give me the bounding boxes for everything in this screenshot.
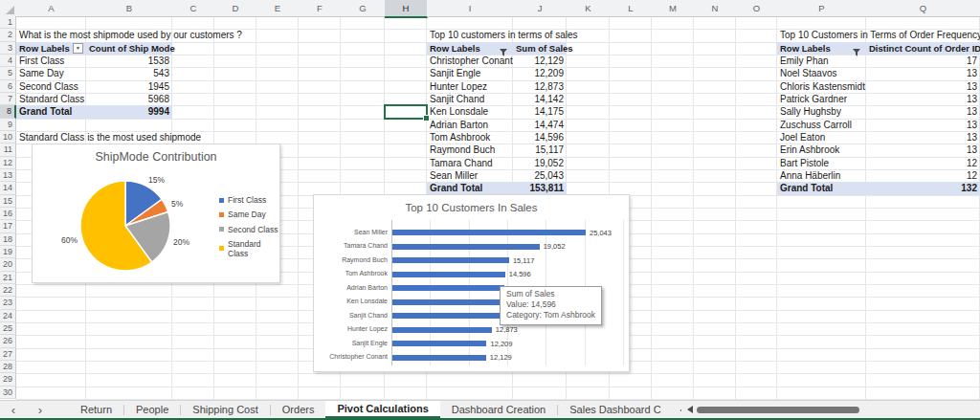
pivot-row-label[interactable]: Standard Class: [16, 93, 86, 105]
column-header-J[interactable]: J: [513, 0, 568, 17]
sheet-tab-return[interactable]: Return: [69, 401, 123, 418]
pivot-row-label[interactable]: Christopher Conant: [427, 55, 513, 67]
column-header-Q[interactable]: Q: [866, 0, 980, 17]
pivot-row-label[interactable]: Emily Phan: [777, 55, 866, 67]
bar-sean-miller[interactable]: [392, 230, 586, 235]
row-header-30[interactable]: 30: [0, 387, 16, 399]
row-header-13[interactable]: 13: [0, 169, 16, 182]
column-header-M[interactable]: M: [652, 0, 695, 17]
pivot-grand-total-label[interactable]: Grand Total: [777, 182, 866, 194]
column-header-H[interactable]: H: [385, 0, 428, 18]
row-header-5[interactable]: 5: [0, 67, 16, 79]
bar-hunter-lopez[interactable]: [392, 327, 492, 333]
pivot-note[interactable]: Standard Class is the most used shipmode: [16, 131, 204, 144]
pivot-row-value[interactable]: 5968: [86, 93, 172, 105]
pivot-row-value[interactable]: 13: [866, 67, 980, 79]
row-header-27[interactable]: 27: [0, 348, 16, 361]
pivot-grand-total-label[interactable]: Grand Total: [427, 182, 513, 194]
row-header-6[interactable]: 6: [0, 80, 16, 93]
bar-sanjit-chand[interactable]: [392, 313, 501, 319]
pivot-row-label[interactable]: Tom Ashbrook: [427, 131, 513, 144]
legend-item-second-class[interactable]: Second Class: [219, 225, 278, 234]
pivot-row-value[interactable]: 13: [866, 93, 980, 105]
pivot-row-value[interactable]: 13: [866, 131, 980, 144]
pivot-row-value[interactable]: 13: [866, 80, 980, 93]
legend-item-standard-class[interactable]: Standard Class: [219, 239, 279, 258]
row-header-9[interactable]: 9: [0, 119, 16, 131]
pivot-grand-total-value[interactable]: 153,811: [513, 182, 567, 194]
pivot-row-label[interactable]: Zuschuss Carroll: [777, 119, 866, 131]
pivot-row-value[interactable]: 12,873: [513, 80, 567, 93]
filter-funnel-icon[interactable]: [499, 44, 508, 54]
sheet-tab-dashboard-creation[interactable]: Dashboard Creation: [440, 401, 557, 418]
pivot-title-3[interactable]: Top 10 Customers in Terms of Order Frequ…: [777, 29, 980, 41]
bar-christopher-conant[interactable]: [392, 355, 486, 361]
filter-dropdown-button[interactable]: ▼: [73, 43, 83, 54]
bar-ken-lonsdale[interactable]: [392, 299, 501, 305]
pivot-row-value[interactable]: 12,209: [513, 67, 567, 79]
row-header-17[interactable]: 17: [0, 220, 16, 232]
pivot-title-1[interactable]: What is the most shipmode used by our cu…: [16, 29, 245, 41]
row-header-15[interactable]: 15: [0, 195, 16, 208]
bar-adrian-barton[interactable]: [392, 285, 504, 291]
column-header-E[interactable]: E: [256, 0, 300, 17]
pivot-row-value[interactable]: 12: [866, 157, 980, 169]
row-header-19[interactable]: 19: [0, 246, 16, 258]
pivot-row-label[interactable]: Sanjit Engle: [427, 67, 513, 79]
select-all-corner[interactable]: [0, 0, 17, 17]
row-header-29[interactable]: 29: [0, 373, 16, 386]
pivot-row-label[interactable]: Second Class: [16, 80, 86, 93]
pivot-row-value[interactable]: 12: [866, 169, 980, 182]
pivot-row-value[interactable]: 12,129: [513, 55, 567, 67]
pivot-row-value[interactable]: 14,175: [513, 105, 567, 118]
pivot-title-2[interactable]: Top 10 customers in terms of sales: [427, 29, 581, 41]
bar-sanjit-engle[interactable]: [392, 341, 486, 346]
row-header-16[interactable]: 16: [0, 208, 16, 220]
pivot-row-value[interactable]: 543: [86, 67, 172, 79]
row-header-18[interactable]: 18: [0, 233, 16, 246]
pivot-row-label[interactable]: Sanjit Chand: [427, 93, 513, 105]
sheet-nav-right-button[interactable]: ›: [27, 401, 54, 418]
row-header-2[interactable]: 2: [0, 29, 16, 41]
filter-funnel-icon[interactable]: [852, 44, 861, 54]
row-header-12[interactable]: 12: [0, 157, 16, 169]
column-header-K[interactable]: K: [567, 0, 611, 17]
row-header-11[interactable]: 11: [0, 144, 16, 156]
row-header-1[interactable]: 1: [0, 16, 16, 29]
pivot-row-label[interactable]: First Class: [16, 55, 86, 67]
pivot-header-values-3[interactable]: Distinct Count of Order ID: [866, 42, 980, 55]
pivot-row-label[interactable]: Adrian Barton: [427, 119, 513, 131]
row-header-26[interactable]: 26: [0, 335, 16, 347]
row-header-4[interactable]: 4: [0, 55, 16, 67]
bar-chart-panel[interactable]: Top 10 Customers In Sales Sean Miller25,…: [313, 194, 630, 372]
row-header-21[interactable]: 21: [0, 272, 16, 284]
pivot-row-label[interactable]: Patrick Gardner: [777, 93, 866, 105]
pivot-row-value[interactable]: 13: [866, 105, 980, 118]
row-header-3[interactable]: 3: [0, 42, 16, 55]
pivot-row-value[interactable]: 19,052: [513, 157, 567, 169]
row-header-24[interactable]: 24: [0, 310, 16, 322]
pivot-row-label[interactable]: Anna Häberlin: [777, 169, 866, 182]
column-header-D[interactable]: D: [214, 0, 257, 17]
pivot-row-label[interactable]: Erin Ashbrook: [777, 144, 866, 156]
pivot-row-value[interactable]: 17: [866, 55, 980, 67]
legend-item-first-class[interactable]: First Class: [219, 195, 266, 205]
sheet-tab-shipping-cost[interactable]: Shipping Cost: [181, 401, 270, 418]
pivot-grand-total-value[interactable]: 132: [866, 182, 980, 194]
column-header-L[interactable]: L: [610, 0, 653, 17]
pivot-row-label[interactable]: Sally Hughsby: [777, 105, 866, 118]
pivot-row-label[interactable]: Joel Eaton: [777, 131, 866, 144]
column-header-G[interactable]: G: [341, 0, 386, 17]
pie-chart-panel[interactable]: ShipMode Contribution 15%5%20%60%First C…: [32, 144, 280, 283]
pivot-row-value[interactable]: 14,142: [513, 93, 567, 105]
pivot-grand-total-label[interactable]: Grand Total: [16, 105, 86, 118]
row-header-25[interactable]: 25: [0, 322, 16, 335]
column-header-C[interactable]: C: [172, 0, 215, 17]
pivot-row-value[interactable]: 1538: [86, 55, 172, 67]
column-header-I[interactable]: I: [427, 0, 514, 17]
row-header-8[interactable]: 8: [0, 105, 16, 118]
pivot-row-label[interactable]: Tamara Chand: [427, 157, 513, 169]
pivot-row-label[interactable]: Raymond Buch: [427, 144, 513, 156]
fill-handle[interactable]: [423, 115, 430, 122]
pivot-row-value[interactable]: 1945: [86, 80, 172, 93]
